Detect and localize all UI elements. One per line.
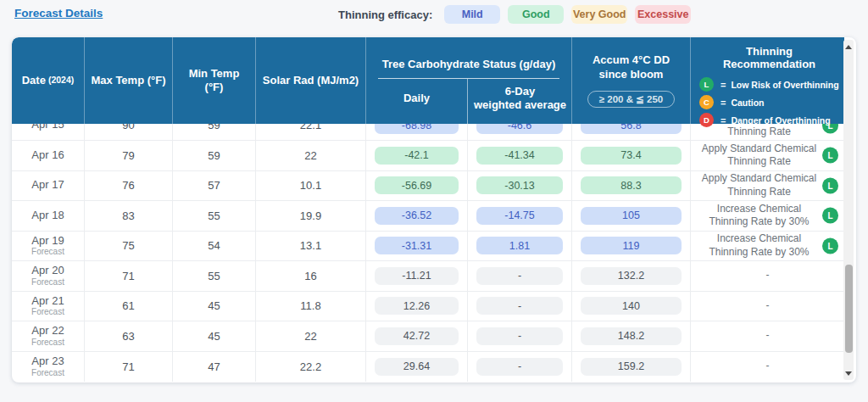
forecast-details-link[interactable]: Forecast Details: [14, 7, 103, 20]
accum-dd-pill: 140: [581, 297, 682, 315]
header-date-year: (2024): [48, 75, 74, 86]
min-temp-cell: 45: [173, 292, 256, 321]
date-value: Apr 15: [31, 124, 64, 131]
max-temp-cell: 71: [85, 352, 173, 382]
daily-carb-cell: -31.31: [366, 232, 468, 261]
max-temp-cell: 71: [85, 261, 173, 291]
recommendation-cell: -: [691, 261, 844, 291]
recommendation-text: Apply Standard Chemical Thinning Rate: [698, 142, 821, 169]
recommendation-cell: -: [691, 321, 844, 351]
accum-dd-cell: 140: [572, 292, 691, 321]
low-risk-icon: L: [699, 77, 714, 92]
table-row: Apr 16 79 59 22 -42.1 -41.34 73.4 Apply …: [12, 141, 844, 171]
min-temp-cell: 55: [173, 201, 256, 231]
daily-carb-cell: -56.69: [366, 171, 468, 201]
efficacy-chip-very-good: Very Good: [571, 5, 627, 24]
table-row: Apr 21 Forecast 61 45 11.8 12.26 - 140 -: [12, 292, 844, 322]
max-temp-cell: 90: [85, 124, 173, 140]
avg-carb-pill: -46.6: [476, 124, 563, 134]
date-cell: Apr 18: [12, 201, 85, 231]
accum-dd-pill: 88.3: [581, 176, 682, 194]
max-temp-cell: 63: [85, 321, 173, 351]
min-temp-cell: 59: [173, 141, 256, 170]
avg-carb-cell: -: [468, 261, 572, 291]
max-temp-cell: 61: [85, 292, 173, 321]
scroll-up-icon[interactable]: [843, 42, 854, 52]
accum-dd-cell: 148.2: [572, 321, 691, 351]
recommendation-text: -: [766, 329, 770, 343]
header-date: Date(2024): [12, 37, 85, 124]
legend-danger: D = Danger of Overthinning: [699, 113, 839, 127]
date-cell: Apr 17: [12, 171, 85, 201]
avg-carb-pill: -41.34: [476, 147, 563, 165]
daily-carb-pill: 12.26: [375, 297, 459, 315]
risk-level-badge: L: [822, 177, 838, 193]
date-value: Apr 16: [31, 149, 64, 162]
recommendation-cell: -: [691, 352, 844, 382]
table-row: Apr 20 Forecast 71 55 16 -11.21 - 132.2 …: [12, 261, 844, 292]
accum-dd-pill: 132.2: [581, 267, 682, 285]
accum-dd-pill: 56.8: [581, 124, 682, 134]
daily-carb-cell: -36.52: [366, 201, 468, 231]
forecast-sublabel: Forecast: [31, 338, 64, 348]
date-value: Apr 17: [31, 179, 64, 192]
daily-carb-pill: -36.52: [375, 207, 459, 225]
scrollbar-thumb[interactable]: [845, 265, 853, 353]
accum-dd-pill: 159.2: [581, 358, 682, 376]
header-solar-rad: Solar Rad (MJ/m2): [256, 37, 366, 124]
table-body: Apr 15 90 59 22.1 -68.98 -46.6 56.8 Appl…: [12, 124, 844, 382]
header-carb-avg: 6-Day weighted average: [468, 79, 572, 124]
header-carbohydrate-group: Tree Carbohydrate Status (g/day) Daily 6…: [366, 37, 572, 124]
daily-carb-pill: -56.69: [375, 176, 459, 194]
table-row: Apr 19 Forecast 75 54 13.1 -31.31 1.81 1…: [12, 232, 844, 262]
avg-carb-cell: 1.81: [468, 232, 572, 261]
daily-carb-pill: -11.21: [375, 267, 459, 285]
forecast-sublabel: Forecast: [31, 247, 64, 257]
avg-carb-cell: -30.13: [468, 171, 572, 201]
avg-carb-cell: -41.34: [468, 141, 572, 170]
scroll-down-icon[interactable]: [843, 368, 854, 378]
max-temp-cell: 75: [85, 232, 173, 261]
legend-equals: =: [721, 80, 726, 90]
recommendation-text: -: [766, 269, 770, 282]
daily-carb-cell: -11.21: [366, 261, 468, 291]
solar-rad-cell: 22: [256, 141, 366, 170]
solar-rad-cell: 19.9: [256, 201, 366, 231]
vertical-scrollbar[interactable]: [843, 40, 854, 380]
solar-rad-cell: 10.1: [256, 171, 366, 201]
date-cell: Apr 21 Forecast: [12, 292, 85, 321]
accum-target-range-badge: ≥ 200 & ≦ 250: [587, 91, 675, 108]
date-cell: Apr 16: [12, 141, 85, 170]
table-row: Apr 18 83 55 19.9 -36.52 -14.75 105 Incr…: [12, 201, 844, 232]
date-cell: Apr 23 Forecast: [12, 352, 85, 382]
daily-carb-cell: 29.64: [366, 352, 468, 382]
recommendation-text: -: [766, 299, 770, 313]
accum-dd-cell: 132.2: [572, 261, 691, 291]
avg-carb-cell: -46.6: [468, 124, 572, 140]
recommendation-cell: Increase Chemical Thinning Rate by 30% L: [691, 232, 844, 261]
avg-carb-pill: -: [476, 297, 563, 315]
accum-dd-cell: 73.4: [572, 141, 691, 170]
date-value: Apr 20: [31, 265, 64, 277]
accum-dd-cell: 105: [572, 201, 691, 231]
date-cell: Apr 15: [12, 124, 85, 140]
table-row: Apr 22 Forecast 63 45 22 42.72 - 148.2 -: [12, 321, 844, 352]
legend-equals: =: [721, 115, 726, 126]
legend-label: Low Risk of Overthinning: [731, 80, 838, 90]
avg-carb-pill: -: [476, 327, 563, 345]
avg-carb-pill: -: [476, 358, 563, 376]
efficacy-label: Thinning efficacy:: [338, 8, 432, 21]
date-value: Apr 22: [31, 325, 64, 338]
recommendation-cell: Apply Standard Chemical Thinning Rate L: [691, 171, 844, 201]
date-cell: Apr 20 Forecast: [12, 261, 85, 291]
date-value: Apr 23: [31, 355, 64, 368]
max-temp-cell: 83: [85, 201, 173, 231]
accum-dd-pill: 105: [581, 207, 682, 225]
daily-carb-pill: -31.31: [375, 237, 459, 254]
legend-caution: C = Caution: [699, 95, 839, 109]
legend-equals: =: [721, 98, 726, 108]
avg-carb-cell: -: [468, 352, 572, 382]
forecast-table-card: Date(2024) Max Temp (°F) Min Temp (°F) S…: [12, 37, 856, 382]
accum-dd-cell: 88.3: [572, 171, 691, 201]
efficacy-chip-good: Good: [508, 5, 564, 24]
